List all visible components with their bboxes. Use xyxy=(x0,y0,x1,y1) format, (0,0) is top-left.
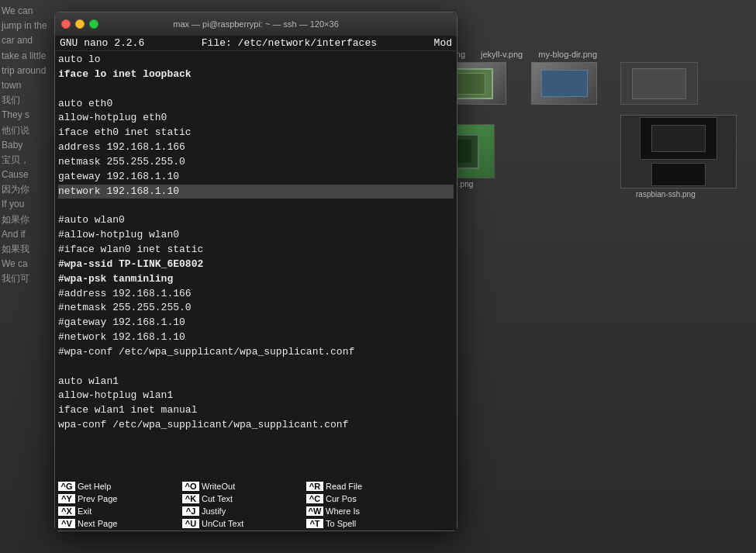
editor-line-3: auto eth0 xyxy=(58,97,454,112)
shortcut-key-R: ^R xyxy=(306,482,323,491)
shortcut-cut-text[interactable]: ^K Cut Text xyxy=(179,493,303,504)
shortcut-label-next-page: Next Page xyxy=(78,519,117,528)
shortcut-exit[interactable]: ^X Exit xyxy=(55,506,179,517)
shortcut-label-get-help: Get Help xyxy=(78,482,111,491)
shortcut-key-G: ^G xyxy=(58,482,75,491)
editor-line-8: gateway 192.168.1.10 xyxy=(58,170,454,185)
shortcut-get-help[interactable]: ^G Get Help xyxy=(55,481,179,492)
editor-line-16: #address 192.168.1.166 xyxy=(58,287,454,302)
editor-line-20: #wpa-conf /etc/wpa_supplicant/wpa_suppli… xyxy=(58,345,454,360)
minimize-button[interactable] xyxy=(75,19,85,29)
terminal-window: max — pi@raspberrypi: ~ — ssh — 120×36 G… xyxy=(54,12,457,531)
editor-line-0: auto lo xyxy=(58,53,454,67)
bg-line: If you xyxy=(2,197,51,212)
bg-text-left: We can jump in the car and take a little… xyxy=(0,0,53,291)
nano-version: GNU nano 2.2.6 xyxy=(60,37,144,49)
black-rect xyxy=(651,163,706,186)
shortcut-key-K: ^K xyxy=(182,494,199,503)
shortcut-justify[interactable]: ^J Justify xyxy=(179,506,303,517)
editor-line-18: #gateway 192.168.1.10 xyxy=(58,316,454,330)
shortcut-label-justify: Justify xyxy=(202,506,226,516)
shortcut-key-J: ^J xyxy=(182,506,199,516)
shortcut-key-O: ^O xyxy=(182,482,199,491)
shortcut-to-spell[interactable]: ^T To Spell xyxy=(303,518,427,529)
nano-modified: Mod xyxy=(434,37,452,49)
nano-file-path: File: /etc/network/interfaces xyxy=(144,37,433,49)
bg-line: Cause xyxy=(2,168,51,182)
editor-line-23: allow-hotplug wlan1 xyxy=(58,389,454,403)
editor-line-5: iface eth0 inet static xyxy=(58,126,454,140)
thumbnail-jekyll xyxy=(531,62,597,105)
thumbnail-raspbian-ssh xyxy=(620,115,737,188)
finder-label-2: jekyll-v.png xyxy=(481,50,523,59)
shortcut-key-C: ^C xyxy=(306,494,323,503)
editor-line-11: #auto wlan0 xyxy=(58,213,454,228)
shortcut-writeout[interactable]: ^O WriteOut xyxy=(179,481,303,492)
bg-line: We can jump in the car and take a little… xyxy=(2,4,51,93)
editor-line-19: #network 192.168.1.10 xyxy=(58,330,454,345)
bg-line: 因为你 xyxy=(2,182,51,197)
shortcut-read-file[interactable]: ^R Read File xyxy=(303,481,427,492)
traffic-lights xyxy=(61,19,98,29)
editor-line-15: #wpa-psk tanminling xyxy=(58,272,454,287)
finder-label-3: my-blog-dir.png xyxy=(538,50,597,59)
editor-line-1: iface lo inet loopback xyxy=(58,67,454,82)
bg-line: 如果我 xyxy=(2,242,51,257)
maximize-button[interactable] xyxy=(89,19,98,29)
shortcut-key-Y: ^Y xyxy=(58,494,75,503)
close-button[interactable] xyxy=(61,19,71,29)
shortcut-bar: ^G Get Help ^O WriteOut ^R Read File ^Y … xyxy=(55,479,457,531)
bg-line: And if xyxy=(2,227,51,242)
bg-line: 如果你 xyxy=(2,213,51,227)
editor-line-4: allow-hotplug eth0 xyxy=(58,111,454,126)
shortcut-label-read-file: Read File xyxy=(326,482,362,491)
shortcut-label-to-spell: To Spell xyxy=(326,519,356,528)
editor-line-14: #wpa-ssid TP-LINK_6E0802 xyxy=(58,257,454,272)
shortcut-where-is[interactable]: ^W Where Is xyxy=(303,506,427,517)
shortcut-key-U: ^U xyxy=(182,519,199,528)
shortcut-label-writeout: WriteOut xyxy=(202,482,235,491)
shortcut-cur-pos[interactable]: ^C Cur Pos xyxy=(303,493,427,504)
editor-line-2 xyxy=(58,82,454,97)
thumb-label-raspbian-ssh: raspbian-ssh.png xyxy=(636,190,696,199)
editor-line-24: iface wlan1 inet manual xyxy=(58,403,454,418)
bg-line: 我们 xyxy=(2,93,51,108)
bg-line: Baby xyxy=(2,138,51,153)
editor-line-7: netmask 255.255.255.0 xyxy=(58,155,454,170)
editor-line-10 xyxy=(58,199,454,213)
bg-line: We ca xyxy=(2,257,51,271)
shortcut-label-cur-pos: Cur Pos xyxy=(326,494,357,503)
editor-line-6: address 192.168.1.166 xyxy=(58,140,454,155)
editor-line-12: #allow-hotplug wlan0 xyxy=(58,228,454,243)
shortcut-key-T: ^T xyxy=(306,519,323,528)
editor-line-17: #netmask 255.255.255.0 xyxy=(58,301,454,316)
editor-line-22: auto wlan1 xyxy=(58,375,454,389)
shortcut-key-W: ^W xyxy=(306,506,323,516)
bg-line: 他们说 xyxy=(2,123,51,138)
bg-line: 我们可 xyxy=(2,271,51,286)
nano-footer: ^G Get Help ^O WriteOut ^R Read File ^Y … xyxy=(55,479,457,531)
shortcut-prev-page[interactable]: ^Y Prev Page xyxy=(55,493,179,504)
title-bar: max — pi@raspberrypi: ~ — ssh — 120×36 xyxy=(55,12,457,36)
window-title: max — pi@raspberrypi: ~ — ssh — 120×36 xyxy=(173,19,339,29)
nano-header: GNU nano 2.2.6 File: /etc/network/interf… xyxy=(55,36,457,51)
editor-line-21 xyxy=(58,360,454,375)
shortcut-label-exit: Exit xyxy=(78,506,91,516)
shortcut-label-where-is: Where Is xyxy=(326,506,360,516)
shortcut-label-cut-text: Cut Text xyxy=(202,494,233,503)
pcb-inner xyxy=(454,73,485,95)
shortcut-key-X: ^X xyxy=(58,506,75,516)
editor-line-13: #iface wlan0 inet static xyxy=(58,243,454,257)
bg-line: 宝贝， xyxy=(2,153,51,168)
shortcut-label-prev-page: Prev Page xyxy=(78,494,117,503)
shortcut-key-V: ^V xyxy=(58,519,75,528)
editor-line-9: network 192.168.1.10 xyxy=(58,185,454,199)
bg-line: They s xyxy=(2,108,51,123)
shortcut-label-uncut-text: UnCut Text xyxy=(202,519,243,528)
editor-line-25: wpa-conf /etc/wpa_supplicant/wpa_supplic… xyxy=(58,418,454,433)
shortcut-uncut-text[interactable]: ^U UnCut Text xyxy=(179,518,303,529)
shortcut-next-page[interactable]: ^V Next Page xyxy=(55,518,179,529)
thumbnail-myblog xyxy=(620,62,698,105)
editor-content[interactable]: auto lo iface lo inet loopback auto eth0… xyxy=(55,51,457,479)
